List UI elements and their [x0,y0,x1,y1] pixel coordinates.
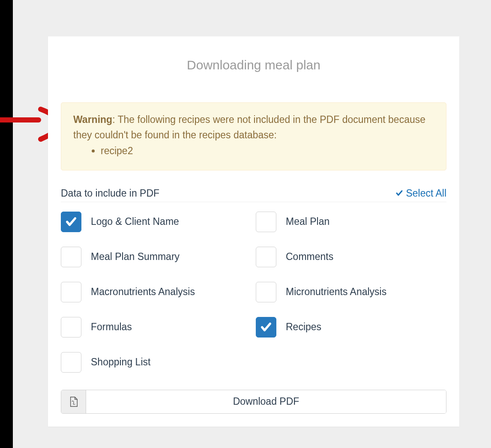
warning-list-item: recipe2 [101,143,434,159]
option-label: Shopping List [91,356,150,368]
option-label: Logo & Client Name [91,216,179,227]
options-grid: Logo & Client NameMeal PlanMeal Plan Sum… [61,212,446,373]
pdf-file-icon [69,396,78,407]
select-all-label: Select All [406,188,446,199]
checkbox[interactable] [256,317,276,337]
checkbox[interactable] [256,212,276,232]
option-meal-plan[interactable]: Meal Plan [256,212,446,232]
section-label: Data to include in PDF [61,188,159,199]
checkbox[interactable] [61,247,81,267]
option-shopping-list[interactable]: Shopping List [61,352,251,373]
option-recipes[interactable]: Recipes [256,317,446,337]
option-label: Comments [286,251,333,263]
option-label: Meal Plan Summary [91,251,180,263]
download-pdf-button[interactable]: Download PDF [86,390,446,413]
option-meal-plan-summary[interactable]: Meal Plan Summary [61,247,251,267]
option-comments[interactable]: Comments [256,247,446,267]
option-macronutrients-analysis[interactable]: Macronutrients Analysis [61,282,251,302]
checkbox[interactable] [61,212,81,232]
warning-list: recipe2 [73,143,434,159]
warning-alert: Warning: The following recipes were not … [61,102,446,170]
checkbox[interactable] [61,317,81,337]
check-icon [65,216,77,228]
pdf-icon-box [61,390,86,413]
download-row: Download PDF [61,390,446,414]
checkbox[interactable] [256,282,276,302]
check-icon [260,321,272,333]
checkbox[interactable] [61,282,81,302]
left-dark-strip [0,0,13,448]
section-header: Data to include in PDF Select All [61,188,446,202]
checkbox[interactable] [256,247,276,267]
page-title: Downloading meal plan [61,58,446,72]
option-logo-client-name[interactable]: Logo & Client Name [61,212,251,232]
option-label: Recipes [286,321,321,333]
option-label: Formulas [91,321,132,333]
checkbox[interactable] [61,352,81,373]
warning-message: : The following recipes were not include… [73,114,425,140]
modal-card: Downloading meal plan Warning: The follo… [48,36,459,427]
option-label: Meal Plan [286,216,329,227]
select-all-link[interactable]: Select All [395,188,446,199]
check-icon [395,189,403,197]
option-micronutrients-analysis[interactable]: Micronutrients Analysis [256,282,446,302]
option-formulas[interactable]: Formulas [61,317,251,337]
warning-label: Warning [73,114,112,125]
option-label: Micronutrients Analysis [286,286,386,298]
option-label: Macronutrients Analysis [91,286,195,298]
